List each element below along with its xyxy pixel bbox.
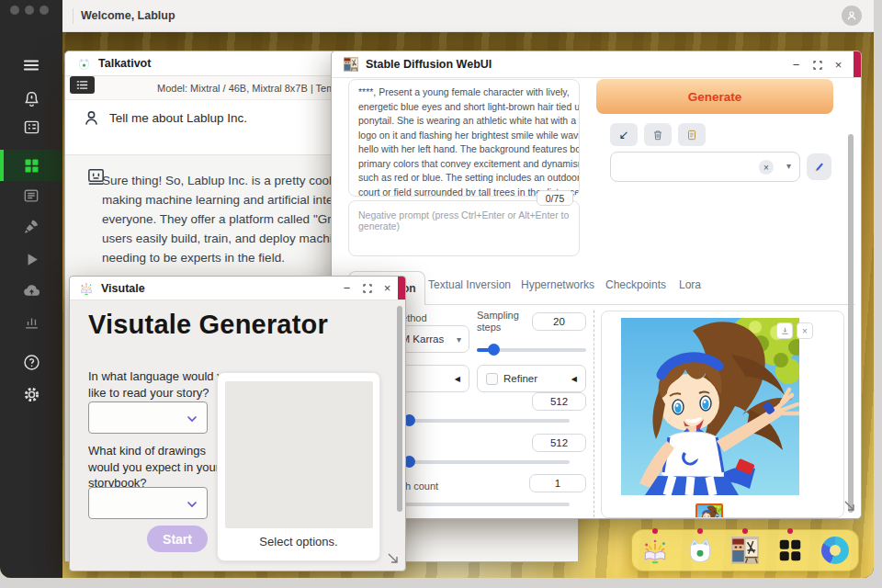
dock-item-app-grid[interactable] bbox=[775, 535, 806, 566]
running-indicator bbox=[652, 528, 658, 534]
sidebar-item-data[interactable] bbox=[20, 185, 42, 207]
tab-hypernetworks[interactable]: Hypernetworks bbox=[521, 278, 594, 291]
donut-chart-icon bbox=[821, 537, 849, 564]
rocket-icon bbox=[22, 218, 40, 236]
tab-checkpoints[interactable]: Checkpoints bbox=[605, 278, 666, 291]
language-select[interactable] bbox=[88, 401, 208, 434]
grid-icon bbox=[22, 156, 41, 175]
minimize-button[interactable]: − bbox=[339, 280, 355, 296]
ledger-icon bbox=[22, 118, 41, 137]
window-traffic-lights bbox=[10, 6, 49, 15]
start-button[interactable]: Start bbox=[147, 526, 208, 552]
welcome-text: Welcome, Lablup bbox=[81, 9, 175, 22]
tab-lora[interactable]: Lora bbox=[679, 278, 701, 291]
sampling-steps-label: Sampling steps bbox=[477, 310, 534, 334]
sidebar-item-sessions[interactable] bbox=[20, 116, 42, 138]
send-to-prompt-button[interactable]: ↙ bbox=[610, 123, 638, 146]
titlebar-accent bbox=[398, 277, 405, 300]
width-input[interactable]: 512 bbox=[532, 392, 586, 411]
resize-handle[interactable] bbox=[387, 552, 400, 565]
caret-down-icon[interactable]: ▾ bbox=[786, 161, 791, 171]
caret-down-icon: ▾ bbox=[457, 334, 461, 345]
negative-prompt-input[interactable]: Negative prompt (press Ctrl+Enter or Alt… bbox=[348, 200, 580, 256]
sidebar-item-notifications[interactable] bbox=[20, 87, 42, 109]
app-grid-icon bbox=[776, 537, 804, 564]
bar-chart-icon bbox=[23, 313, 40, 331]
sd-titlebar[interactable]: Stable Diffusion WebUI − × bbox=[332, 51, 861, 78]
window-title: Visutale bbox=[101, 282, 145, 295]
model-info: Model: Mixtral / 46B, Mixtral 8x7B | Tem bbox=[157, 83, 334, 94]
active-indicator bbox=[0, 150, 4, 181]
refiner-label: Refiner bbox=[503, 373, 537, 384]
image-thumbnail[interactable] bbox=[695, 503, 723, 518]
negative-prompt-placeholder: Negative prompt (press Ctrl+Enter or Alt… bbox=[358, 209, 570, 232]
dock-item-usage-donut[interactable] bbox=[820, 535, 851, 566]
sidebar-item-model-serving[interactable] bbox=[20, 216, 42, 238]
traffic-light-1[interactable] bbox=[10, 6, 19, 15]
arrow-down-left-icon: ↙ bbox=[619, 128, 629, 141]
cloud-upload-icon bbox=[22, 281, 41, 300]
maximize-button[interactable] bbox=[359, 280, 375, 296]
gear-icon bbox=[22, 385, 41, 404]
sampling-steps-input[interactable]: 20 bbox=[532, 312, 586, 331]
user-avatar[interactable] bbox=[842, 6, 862, 26]
edit-styles-button[interactable] bbox=[807, 153, 831, 180]
batch-count-input[interactable]: 1 bbox=[529, 474, 586, 492]
drawings-select[interactable] bbox=[88, 487, 208, 519]
styles-dropdown[interactable]: × ▾ bbox=[610, 152, 800, 182]
sd-scrollbar[interactable] bbox=[848, 134, 854, 513]
sampling-steps-slider[interactable] bbox=[477, 344, 586, 356]
traffic-light-3[interactable] bbox=[40, 6, 49, 15]
clear-prompt-button[interactable] bbox=[644, 123, 672, 146]
sidebar-item-statistics[interactable] bbox=[20, 311, 42, 333]
visutale-dock-icon bbox=[640, 536, 670, 565]
question-circle-icon bbox=[22, 353, 41, 372]
generate-button[interactable]: Generate bbox=[596, 79, 833, 114]
visutale-window: Visutale − × Visutale Generator In what … bbox=[69, 276, 406, 571]
sidebar bbox=[0, 0, 62, 578]
user-message-row: Tell me about Lablup Inc. bbox=[82, 108, 247, 128]
dock-item-visutale[interactable] bbox=[639, 535, 671, 566]
close-button[interactable]: × bbox=[831, 57, 846, 73]
slider-thumb[interactable] bbox=[488, 344, 500, 356]
page-title: Visutale Generator bbox=[88, 310, 328, 340]
height-input[interactable]: 512 bbox=[532, 434, 586, 452]
dock-item-talkativot[interactable] bbox=[684, 535, 716, 566]
accordion-arrow-icon: ◀ bbox=[571, 375, 577, 383]
refiner-accordion[interactable]: Refiner ◀ bbox=[477, 365, 586, 392]
thumbnail-art bbox=[697, 505, 721, 518]
visutale-scrollbar[interactable] bbox=[397, 306, 402, 512]
restore-icon bbox=[813, 61, 822, 70]
dock-item-stable-diffusion[interactable] bbox=[729, 535, 761, 566]
close-button[interactable]: × bbox=[379, 280, 395, 296]
extra-networks-button[interactable] bbox=[678, 123, 706, 146]
sidebar-item-menu[interactable] bbox=[20, 54, 42, 76]
close-image-button[interactable]: × bbox=[797, 322, 813, 339]
sidebar-item-apps[interactable] bbox=[20, 154, 42, 176]
visutale-titlebar[interactable]: Visutale − × bbox=[70, 277, 405, 300]
chevron-down-icon bbox=[185, 497, 199, 512]
generated-anime-image[interactable] bbox=[621, 318, 799, 495]
sidebar-item-import[interactable] bbox=[20, 279, 42, 301]
sidebar-item-settings[interactable] bbox=[20, 383, 42, 405]
chat-menu-button[interactable] bbox=[70, 76, 95, 94]
user-message-text: Tell me about Lablup Inc. bbox=[109, 111, 247, 125]
download-image-button[interactable] bbox=[776, 322, 793, 339]
trash-icon bbox=[651, 129, 664, 141]
stable-diffusion-window: Stable Diffusion WebUI − × ****, Present… bbox=[331, 51, 862, 519]
prompt-input[interactable]: ****, Present a young female character w… bbox=[348, 79, 580, 197]
talkativot-app-icon bbox=[77, 57, 91, 71]
sidebar-item-start[interactable] bbox=[20, 248, 42, 270]
resize-handle[interactable] bbox=[843, 500, 856, 513]
clipboard-icon bbox=[685, 129, 698, 141]
chevron-down-icon bbox=[185, 412, 199, 426]
clear-icon[interactable]: × bbox=[759, 160, 774, 175]
minimize-button[interactable]: − bbox=[788, 57, 804, 73]
maximize-button[interactable] bbox=[809, 57, 825, 73]
desktop: Welcome, Lablup bbox=[0, 0, 874, 578]
bell-icon bbox=[22, 89, 41, 108]
sidebar-item-help[interactable] bbox=[20, 351, 42, 373]
tab-textual-inversion[interactable]: Textual Inversion bbox=[428, 278, 511, 291]
traffic-light-2[interactable] bbox=[25, 6, 34, 15]
refiner-checkbox[interactable] bbox=[486, 373, 498, 385]
